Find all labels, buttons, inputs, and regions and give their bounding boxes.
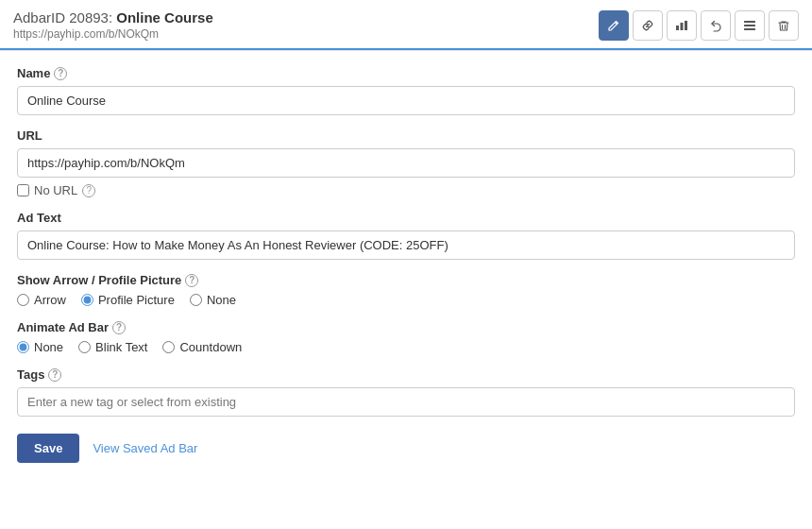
svg-rect-3: [744, 21, 755, 23]
name-input[interactable]: [17, 86, 795, 115]
ad-text-input[interactable]: [17, 230, 795, 260]
animate-group: Animate Ad Bar ? None Blink Text Countdo…: [17, 320, 795, 354]
trash-icon: [777, 19, 790, 32]
name-label: Name ?: [17, 66, 795, 80]
arrow-profile-radio-group: Arrow Profile Picture None: [17, 293, 795, 307]
tags-label: Tags ?: [17, 367, 795, 382]
svg-rect-0: [676, 26, 679, 30]
chart-icon: [675, 19, 688, 32]
arrow-profile-label: Show Arrow / Profile Picture ?: [17, 273, 795, 287]
none2-radio[interactable]: [17, 341, 29, 353]
arrow-radio[interactable]: [17, 294, 29, 306]
blink-radio-label: Blink Text: [95, 340, 147, 354]
tags-group: Tags ?: [17, 367, 795, 417]
none2-radio-label: None: [34, 340, 63, 354]
svg-rect-2: [685, 21, 687, 30]
main-content: Name ? URL No URL ? Ad Text Show Arrow /…: [0, 51, 812, 478]
blink-radio-item[interactable]: Blink Text: [78, 340, 147, 354]
tags-help-icon[interactable]: ?: [48, 368, 61, 382]
link-icon: [641, 19, 654, 32]
arrow-profile-group: Show Arrow / Profile Picture ? Arrow Pro…: [17, 273, 795, 307]
layout-icon: [743, 19, 756, 32]
none2-radio-item[interactable]: None: [17, 340, 63, 354]
url-group: URL No URL ?: [17, 128, 795, 197]
profile-picture-radio-item[interactable]: Profile Picture: [81, 293, 175, 307]
ad-text-group: Ad Text: [17, 211, 795, 260]
profile-picture-radio-label: Profile Picture: [98, 293, 175, 307]
footer-actions: Save View Saved Ad Bar: [17, 434, 795, 463]
name-help-icon[interactable]: ?: [54, 67, 67, 80]
adbar-id: AdbarID 20893:: [13, 9, 112, 26]
countdown-radio-item[interactable]: Countdown: [162, 340, 242, 354]
countdown-radio[interactable]: [162, 341, 175, 353]
svg-rect-5: [744, 28, 755, 30]
header-url: https://payhip.com/b/NOkQm: [13, 27, 213, 41]
view-saved-link[interactable]: View Saved Ad Bar: [93, 441, 197, 455]
animate-help-icon[interactable]: ?: [112, 321, 126, 334]
header: AdbarID 20893: Online Course https://pay…: [0, 0, 812, 50]
ad-text-label: Ad Text: [17, 211, 795, 225]
none1-radio-label: None: [207, 293, 236, 307]
no-url-row: No URL ?: [17, 183, 795, 197]
none1-radio[interactable]: [190, 294, 202, 306]
tags-input[interactable]: [17, 387, 795, 417]
countdown-radio-label: Countdown: [179, 340, 242, 354]
no-url-checkbox[interactable]: [17, 184, 29, 196]
svg-rect-4: [744, 25, 755, 26]
edit-icon: [607, 19, 620, 32]
blink-radio[interactable]: [78, 341, 91, 353]
link-button[interactable]: [633, 10, 663, 41]
header-title: AdbarID 20893: Online Course: [13, 9, 213, 26]
arrow-profile-help-icon[interactable]: ?: [185, 274, 198, 287]
profile-picture-radio[interactable]: [81, 294, 93, 306]
animate-label: Animate Ad Bar ?: [17, 320, 795, 334]
url-input[interactable]: [17, 148, 795, 178]
save-button[interactable]: Save: [17, 434, 79, 463]
chart-button[interactable]: [667, 10, 697, 41]
none1-radio-item[interactable]: None: [190, 293, 236, 307]
animate-radio-group: None Blink Text Countdown: [17, 340, 795, 354]
url-label: URL: [17, 128, 795, 143]
undo-icon: [709, 19, 722, 32]
arrow-radio-label: Arrow: [34, 293, 66, 307]
header-left: AdbarID 20893: Online Course https://pay…: [13, 9, 213, 41]
layout-button[interactable]: [735, 10, 765, 41]
header-actions: [599, 10, 799, 41]
arrow-radio-item[interactable]: Arrow: [17, 293, 66, 307]
undo-button[interactable]: [701, 10, 731, 41]
no-url-label: No URL: [34, 183, 77, 197]
name-group: Name ?: [17, 66, 795, 115]
delete-button[interactable]: [769, 10, 799, 41]
svg-rect-1: [681, 23, 684, 30]
edit-button[interactable]: [599, 10, 629, 41]
adbar-name: Online Course: [116, 9, 213, 26]
no-url-help-icon[interactable]: ?: [82, 184, 95, 197]
